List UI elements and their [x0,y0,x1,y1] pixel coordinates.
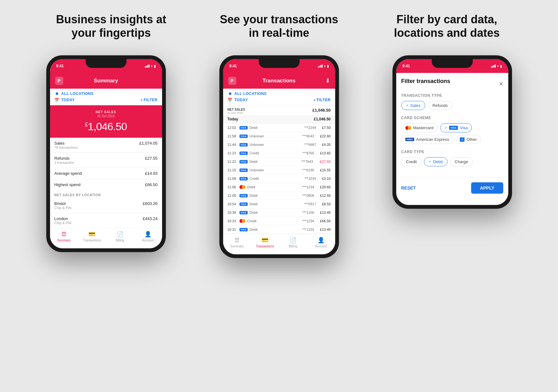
visa-badge: VISA [240,126,248,130]
battery-icon-1: ▮ [154,64,156,68]
app-header-2: P Transactions ⬇ [223,73,335,89]
close-button[interactable]: × [499,80,503,88]
card-type-chips: Credit ✓ Debit Charge [401,157,503,166]
status-time-3: 9:41 [403,64,410,68]
tx-row-12[interactable]: 10:31VISADebit***1103£13.49 [223,225,335,234]
filter-bar-1: ALL LOCATIONS 📅 TODAY ≡ FILTER [50,89,162,105]
visa-badge: VISA [240,177,248,180]
chip-other[interactable]: ≡ Other [456,135,481,144]
location-label-2[interactable]: ALL LOCATIONS [234,91,267,96]
chip-credit[interactable]: Credit [401,157,422,166]
tx-net-block: NET SALES 31 Oct 2019 £1,046.50 [223,105,335,115]
tx-row-8[interactable]: 11:00VISADebit***0806£12.50 [223,191,335,200]
date-label-2[interactable]: TODAY [234,98,248,102]
filter-button-2[interactable]: ≡ FILTER [313,98,331,102]
mc-logo [405,126,411,130]
tx-row-11[interactable]: 10:33Credit***1234£66.50 [223,217,335,225]
net-sales-block-1: NET SALES 31 Oct 2019 £1,046.50 [50,105,162,138]
filter-bar-2: ALL LOCATIONS 📅 TODAY ≡ FILTER [223,89,335,105]
nav-billing-1[interactable]: 📄 Billing [106,231,134,242]
visa-badge: VISA [240,194,248,197]
location-label-1[interactable]: ALL LOCATIONS [61,91,94,96]
apply-button[interactable]: APPLY [471,182,503,194]
net-sales-amount-1: £1,046.50 [55,120,157,133]
filter-button-1[interactable]: ≡ FILTER [140,98,158,102]
mc-badge [240,185,245,189]
phone-1: 9:41 ▾ ▮ P Summary [46,55,166,252]
account-icon-1: 👤 [144,231,151,238]
visa-badge: VISA [240,202,248,206]
transaction-type-chips: ✓ Sales Refunds [401,101,503,110]
tx-row-4[interactable]: 11:22VISADebit***7643-£27.55 [223,157,335,166]
app-header-1: P Summary [50,73,162,89]
wifi-icon-1: ▾ [151,64,153,68]
phone-3: 9:41 ▾ ▮ Filter tr [392,55,512,209]
nav-billing-2[interactable]: 📄 Billing [279,237,307,248]
visa-badge: VISA [240,168,248,172]
headline-1: Business insights at your fingertips [36,13,187,40]
nav-summary-2[interactable]: ☰ Summary [223,237,251,248]
transactions-icon-2: 💳 [262,237,268,244]
nav-summary-1[interactable]: ☰ Summary [50,231,78,242]
app-logo-2: P [228,77,236,85]
visa-badge: VISA [240,211,248,214]
tx-row-7[interactable]: 11:06Debit***1234£29.60 [223,183,335,191]
visa-badge: VISA [240,143,248,146]
bottom-nav-1: ☰ Summary 💳 Transactions 📄 Billing 👤 Acc… [50,228,162,248]
stat-sales: Sales 78 transactions £1,074.05 [54,138,158,153]
other-logo: ≡ [460,137,465,142]
header-title-1: Summary [94,78,118,84]
location-block: Bristol Chip & PIN £603.26 London Chip &… [50,198,162,228]
reset-button[interactable]: RESET [401,185,416,190]
wifi-icon-3: ▾ [497,64,499,68]
tx-row-1[interactable]: 11:58VISAUnknown***6543£22.60 [223,132,335,141]
date-label-1[interactable]: TODAY [61,98,75,102]
status-time-1: 9:41 [56,64,64,68]
tx-row-5[interactable]: 11:15VISAUnknown***9190£15.55 [223,166,335,174]
visa-badge: VISA [240,152,248,155]
tx-row-2[interactable]: 11:44VISAUnknown***9987£4.35 [223,141,335,149]
transaction-list: 12:02VISADebit***2244£7.5011:58VISAUnkno… [223,124,335,234]
calendar-icon-2: 📅 [228,98,232,102]
chip-debit[interactable]: ✓ Debit [424,157,447,166]
visa-badge: VISA [240,160,248,163]
battery-icon-3: ▮ [500,64,502,68]
location-bristol: Bristol Chip & PIN £603.26 [54,198,158,213]
visa-badge: VISA [240,135,248,138]
download-icon[interactable]: ⬇ [325,77,330,84]
location-section-title: NET SALES BY LOCATION [50,190,162,198]
nav-transactions-1[interactable]: 💳 Transactions [78,231,106,242]
visa-badge: VISA [240,228,248,231]
chip-refunds[interactable]: Refunds [428,101,452,110]
phone-2: 9:41 ▾ ▮ P Transactio [219,55,339,258]
chip-charge[interactable]: Charge [450,157,473,166]
card-type-label: Card type [401,150,503,154]
summary-icon-2: ☰ [234,237,240,244]
nav-account-2[interactable]: 👤 Account [307,237,335,248]
billing-icon-1: 📄 [116,231,123,238]
chip-mastercard[interactable]: Mastercard [401,123,438,132]
visa-logo: VISA [449,126,458,130]
app-logo-1: P [55,77,63,85]
chip-amex[interactable]: AMEX American Express [401,135,454,144]
tx-row-6[interactable]: 11:08VISACredit***3234£3.10 [223,174,335,183]
wifi-icon-2: ▾ [324,64,326,68]
stat-refunds: Refunds 1 transaction £27.55 [54,153,158,168]
account-icon-2: 👤 [318,237,324,244]
nav-account-1[interactable]: 👤 Account [134,231,162,242]
nav-transactions-2[interactable]: 💳 Transactions [251,237,279,248]
filter-footer: RESET APPLY [396,177,508,199]
transaction-type-label: Transaction type [401,93,503,98]
tx-row-3[interactable]: 11:23VISACredit***8765£13.65 [223,149,335,157]
chip-sales[interactable]: ✓ Sales [401,101,426,110]
chip-visa[interactable]: ✓ VISA Visa [440,123,472,132]
header-title-2: Transactions [262,78,296,84]
location-london: London Chip & PIN £443.24 [54,213,158,228]
tx-row-9[interactable]: 10:54VISADebit***0917£8.50 [223,200,335,208]
billing-icon-2: 📄 [290,237,296,244]
tx-row-10[interactable]: 10:38VISADebit***1100£13.49 [223,208,335,217]
filter-panel-title: Filter transactions [401,78,450,85]
tx-row-0[interactable]: 12:02VISADebit***2244£7.50 [223,124,335,132]
stat-highest: Highest spend £66.50 [54,179,158,190]
card-scheme-label: Card scheme [401,116,503,120]
